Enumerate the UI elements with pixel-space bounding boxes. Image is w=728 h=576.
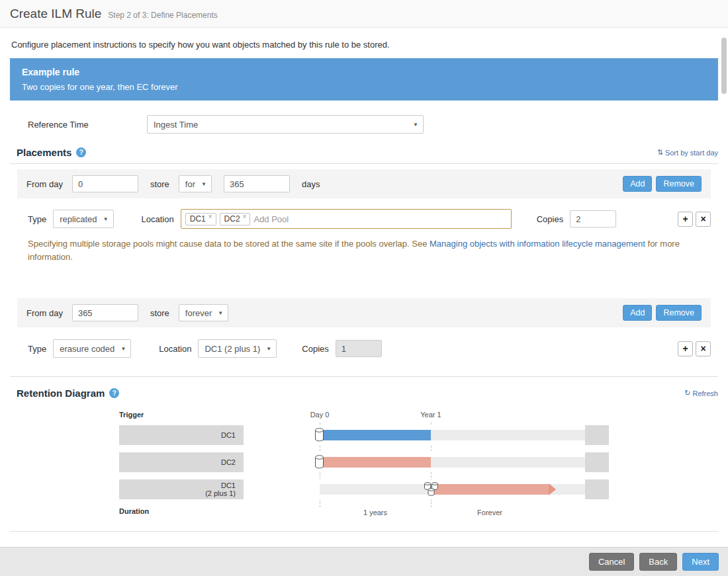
chevron-down-icon: ▼ <box>103 216 109 222</box>
placement-1-type-row: Type replicated ▼ Location DC1 × DC2 × C… <box>28 209 711 229</box>
cylinder-icon <box>314 455 324 469</box>
type-value: replicated <box>60 214 97 224</box>
forever-arrow-icon <box>549 483 556 495</box>
remove-placement-button[interactable]: Remove <box>656 305 702 321</box>
placement-2-band: From day store forever ▼ Add Remove <box>17 298 711 327</box>
type-select[interactable]: replicated ▼ <box>53 210 113 228</box>
placements-title: Placements <box>17 147 71 158</box>
diagram-row: DC1 <box>119 425 609 445</box>
type-value: erasure coded <box>60 344 114 354</box>
diagram-timeline <box>244 479 585 499</box>
refresh-link[interactable]: ↻ Refresh <box>684 389 718 397</box>
remove-tag-icon[interactable]: × <box>208 213 212 220</box>
store-mode-select[interactable]: for ▼ <box>179 175 212 192</box>
days-label: days <box>302 179 320 189</box>
location-pool-field[interactable]: DC1 × DC2 × <box>181 209 512 229</box>
duration-tick-forever: Forever <box>469 509 511 516</box>
diagram-row-label: DC1 (2 plus 1) <box>119 479 236 499</box>
add-line-button[interactable]: + <box>678 212 693 227</box>
from-day-label: From day <box>26 179 63 189</box>
retention-diagram-title: Retention Diagram <box>17 388 105 399</box>
diagram-row-label: DC2 <box>119 452 236 472</box>
remove-placement-button[interactable]: Remove <box>656 176 702 192</box>
footer-bar: Cancel Back Next <box>0 547 728 576</box>
diagram-row-label-text: DC1 <box>221 431 236 440</box>
store-label: store <box>150 179 169 189</box>
chevron-down-icon: ▼ <box>266 346 271 352</box>
page-title: Create ILM Rule <box>10 7 101 21</box>
diagram-rows: DC1 DC2 <box>119 425 609 507</box>
sort-by-start-day-link[interactable]: ⇅ Sort by start day <box>657 148 718 157</box>
type-select[interactable]: erasure coded ▼ <box>53 339 131 358</box>
page-subtitle: Step 2 of 3: Define Placements <box>108 7 217 20</box>
placement-1-band: From day store for ▼ days Add Remove <box>17 169 711 198</box>
reference-time-row: Reference Time Ingest Time ▼ <box>28 115 718 134</box>
add-placement-button[interactable]: Add <box>623 305 652 321</box>
help-icon[interactable]: ? <box>109 388 119 398</box>
cancel-button[interactable]: Cancel <box>589 553 634 571</box>
year1-tick-label: Year 1 <box>411 411 451 419</box>
store-mode-value: for <box>185 179 195 189</box>
copies-label: Copies <box>302 344 328 354</box>
next-button[interactable]: Next <box>682 553 719 571</box>
pool-tag-label: DC2 <box>224 214 240 224</box>
from-day-label: From day <box>26 308 63 318</box>
cylinder-icon <box>314 428 324 442</box>
ilm-docs-link[interactable]: Managing objects with information lifecy… <box>430 239 645 249</box>
placements-header: Placements ? ⇅ Sort by start day <box>17 147 718 158</box>
diagram-row-label-text: DC2 <box>221 458 236 467</box>
add-line-button[interactable]: + <box>678 341 693 356</box>
from-day-input[interactable] <box>72 304 138 321</box>
day0-tick-label: Day 0 <box>300 411 340 419</box>
reference-time-label: Reference Time <box>28 120 147 130</box>
example-rule-description: Two copies for one year, then EC forever <box>22 82 706 92</box>
store-mode-select[interactable]: forever ▼ <box>179 304 228 321</box>
diagram-row-label-text: (2 plus 1) <box>205 489 236 498</box>
diagram-row: DC2 <box>119 452 609 472</box>
diagram-row: DC1 (2 plus 1) <box>119 479 609 499</box>
location-label: Location <box>159 344 191 354</box>
help-icon[interactable]: ? <box>76 147 86 157</box>
store-label: store <box>150 308 169 318</box>
add-placement-button[interactable]: Add <box>623 176 652 192</box>
retention-diagram: Trigger Day 0 Year 1 DC1 <box>10 409 718 522</box>
example-rule-banner: Example rule Two copies for one year, th… <box>10 58 718 101</box>
refresh-icon: ↻ <box>684 389 690 397</box>
reference-time-select[interactable]: Ingest Time ▼ <box>147 115 424 134</box>
remove-line-button[interactable]: × <box>696 212 711 227</box>
copies-input <box>336 340 382 357</box>
location-label: Location <box>142 214 174 224</box>
back-button[interactable]: Back <box>639 553 677 571</box>
sort-icon: ⇅ <box>657 148 663 157</box>
pool-tag: DC2 × <box>220 213 251 226</box>
divider <box>10 531 718 532</box>
duration-label: Duration <box>119 507 149 515</box>
duration-input[interactable] <box>224 175 290 192</box>
retention-diagram-header: Retention Diagram ? ↻ Refresh <box>17 388 718 399</box>
reference-time-value: Ingest Time <box>154 120 198 130</box>
retention-bar <box>320 457 431 468</box>
store-mode-value: forever <box>185 308 212 318</box>
warning-text-pre: Specifying multiple storage pools might … <box>28 239 430 249</box>
from-day-input[interactable] <box>72 175 138 192</box>
retention-bar <box>320 430 431 440</box>
intro-text: Configure placement instructions to spec… <box>11 40 718 50</box>
duration-tick-1years: 1 years <box>354 509 396 516</box>
trigger-label: Trigger <box>119 411 144 419</box>
main-content: Configure placement instructions to spec… <box>0 28 728 547</box>
type-label: Type <box>28 344 46 354</box>
retention-bar <box>431 484 549 495</box>
copies-input[interactable] <box>570 210 616 227</box>
diagram-timeline <box>244 452 585 472</box>
location-select[interactable]: DC1 (2 plus 1) ▼ <box>198 339 277 358</box>
add-pool-input[interactable] <box>253 214 506 224</box>
scrollbar-thumb[interactable] <box>721 38 727 94</box>
chevron-down-icon: ▼ <box>413 122 418 128</box>
chevron-down-icon: ▼ <box>120 346 126 352</box>
remove-tag-icon[interactable]: × <box>243 213 247 220</box>
chevron-down-icon: ▼ <box>218 310 223 316</box>
remove-line-button[interactable]: × <box>696 341 711 356</box>
copies-label: Copies <box>537 214 563 224</box>
cylinder-stack-icon <box>424 481 439 497</box>
chevron-down-icon: ▼ <box>201 181 206 187</box>
